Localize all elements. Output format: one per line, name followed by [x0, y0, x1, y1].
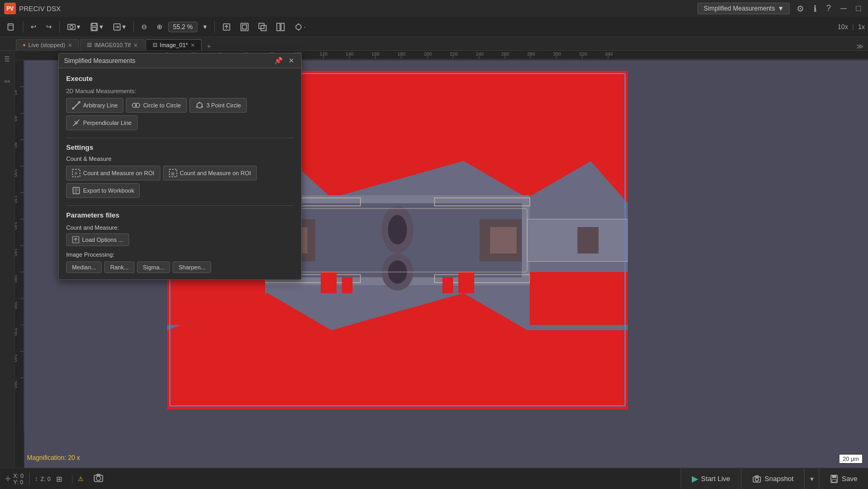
- z-coord: Z: 0: [41, 476, 51, 482]
- save-button[interactable]: Save: [819, 468, 868, 489]
- svg-rect-145: [832, 475, 836, 478]
- magnification-label: Magnification:: [27, 454, 66, 461]
- svg-point-119: [135, 103, 140, 107]
- tab-live-close[interactable]: ✕: [68, 42, 72, 48]
- arbitrary-line-button[interactable]: Arbitrary Line: [66, 98, 123, 113]
- svg-text:180: 180: [15, 275, 18, 283]
- magnif-left: 10x: [838, 23, 848, 31]
- tab-live[interactable]: ● Live (stopped) ✕: [16, 39, 79, 50]
- save-toolbar-button[interactable]: ▾: [86, 21, 107, 33]
- sidebar-expand-button[interactable]: »»: [2, 75, 13, 87]
- svg-point-122: [201, 106, 203, 108]
- svg-point-117: [78, 101, 80, 103]
- simplified-measurements-button[interactable]: Simplified Measurements ▼: [698, 3, 790, 14]
- overlay-button[interactable]: [255, 21, 270, 33]
- undo-button[interactable]: ↩: [27, 21, 40, 33]
- camera-settings-button[interactable]: ·: [291, 21, 310, 33]
- zoom-in-button[interactable]: ⊕: [153, 21, 166, 33]
- zoom-out-button[interactable]: ⊖: [138, 21, 151, 33]
- save-icon: [830, 475, 838, 483]
- play-icon: ▶: [692, 474, 698, 484]
- load-options-button[interactable]: Load Options ...: [66, 233, 129, 246]
- tab-image010-label: IMAGE010.Tif: [94, 42, 131, 48]
- z-section: ↕ Z: 0 ⊞: [30, 475, 73, 483]
- titlebar: PV PRECIV DSX Simplified Measurements ▼ …: [0, 0, 868, 17]
- magnif-right: 1x: [858, 23, 865, 31]
- image-processing-buttons-row: Median... Rank... Sigma... Sharpen...: [66, 261, 294, 273]
- toolbar-right: 10x | 1x: [838, 23, 865, 31]
- minimize-icon[interactable]: ─: [838, 3, 849, 14]
- 1to1-button[interactable]: [237, 21, 252, 33]
- tab-image010-close[interactable]: ✕: [133, 42, 138, 48]
- capture-button[interactable]: ▾: [64, 21, 84, 33]
- magnification-overlay: Magnification: 20 x: [27, 454, 80, 461]
- settings-title: Settings: [66, 143, 294, 151]
- sigma-button[interactable]: Sigma...: [137, 261, 170, 273]
- new-button[interactable]: [3, 21, 19, 33]
- panel-pin-button[interactable]: 📌: [273, 57, 284, 65]
- svg-rect-15: [277, 23, 280, 31]
- line-icon: [72, 101, 80, 110]
- z-expand-button[interactable]: ⊞: [52, 475, 67, 483]
- count2-icon: ⊞: [169, 169, 177, 177]
- tab-image01-close[interactable]: ✕: [191, 42, 195, 48]
- rank-label: Rank...: [110, 264, 129, 270]
- sharpen-label: Sharpen...: [178, 264, 205, 270]
- tab-image01[interactable]: 🖼 Image_01* ✕: [146, 39, 202, 50]
- svg-point-123: [196, 106, 197, 108]
- redo-button[interactable]: ↪: [42, 21, 56, 33]
- panel-close-button[interactable]: ✕: [287, 57, 296, 65]
- svg-text:300: 300: [553, 51, 561, 57]
- toolbar-sep-4: [214, 21, 215, 33]
- count-measure-roi-button-2[interactable]: ⊞ Count and Measure on ROI: [163, 166, 257, 180]
- coords-section: ✛ X: 0 Y: 0: [0, 473, 30, 485]
- 3-point-circle-button[interactable]: 3 Point Circle: [189, 98, 247, 113]
- tab-overflow-button[interactable]: ≫: [852, 42, 868, 50]
- app-title: PRECIV DSX: [19, 5, 698, 13]
- warning-icon: ⚠: [78, 475, 84, 483]
- count-measure-title: Count & Measure: [66, 156, 294, 162]
- export-button[interactable]: ▾: [109, 21, 130, 33]
- left-sidebar: ☰ »»: [0, 51, 15, 468]
- dropdown-arrow-icon: ▼: [777, 5, 784, 12]
- circle-to-circle-button[interactable]: Circle to Circle: [126, 98, 187, 113]
- snapshot-dropdown-button[interactable]: ▼: [804, 468, 819, 489]
- svg-text:160: 160: [372, 51, 379, 57]
- dropdown-arrow-icon: ▾: [77, 23, 80, 31]
- svg-point-139: [96, 476, 101, 481]
- split-button[interactable]: [273, 21, 288, 33]
- perpendicular-line-button[interactable]: Perpendicular Line: [66, 115, 138, 130]
- svg-text:280: 280: [527, 51, 535, 57]
- svg-text:100: 100: [15, 169, 18, 177]
- maximize-icon[interactable]: □: [853, 3, 864, 14]
- new-tab-button[interactable]: +: [203, 42, 215, 50]
- svg-point-121: [198, 102, 200, 104]
- svg-rect-14: [261, 25, 266, 31]
- dropdown-zoom-button[interactable]: ▾: [200, 21, 211, 33]
- count-measure-params-label: Count and Measure:: [66, 224, 294, 231]
- snapshot-button[interactable]: Snapshot: [742, 468, 805, 489]
- svg-point-3: [70, 25, 73, 29]
- svg-text:⊞: ⊞: [171, 171, 175, 176]
- toolbar: ↩ ↪ ▾ ▾ ▾ ⊖ ⊕ 55.2 % ▾ · 10x | 1x: [0, 17, 868, 37]
- circle3pt-icon: [195, 101, 204, 110]
- start-live-button[interactable]: ▶ Start Live: [681, 468, 742, 489]
- snapshot-icon: [752, 474, 762, 484]
- svg-point-116: [72, 107, 74, 110]
- svg-rect-5: [92, 23, 96, 26]
- tab-image010[interactable]: 🖼 IMAGE010.Tif ✕: [80, 39, 144, 50]
- sidebar-menu-button[interactable]: ☰: [2, 53, 13, 65]
- median-button[interactable]: Median...: [66, 261, 102, 273]
- count-measure-roi-button-1[interactable]: # Count and Measure on ROI: [66, 166, 160, 180]
- info-icon[interactable]: ℹ: [811, 3, 819, 15]
- scale-bar-label: 20 μm: [843, 456, 859, 462]
- fit-button[interactable]: [219, 21, 234, 33]
- settings-icon[interactable]: ⚙: [794, 3, 807, 15]
- sharpen-button[interactable]: Sharpen...: [173, 261, 211, 273]
- export-workbook-button[interactable]: Export to Workbook: [66, 183, 140, 198]
- x-coord: X: 0: [13, 473, 24, 479]
- svg-text:140: 140: [346, 51, 354, 57]
- capture-bottom-button[interactable]: [89, 473, 108, 485]
- rank-button[interactable]: Rank...: [104, 261, 134, 273]
- help-icon[interactable]: ?: [824, 3, 834, 14]
